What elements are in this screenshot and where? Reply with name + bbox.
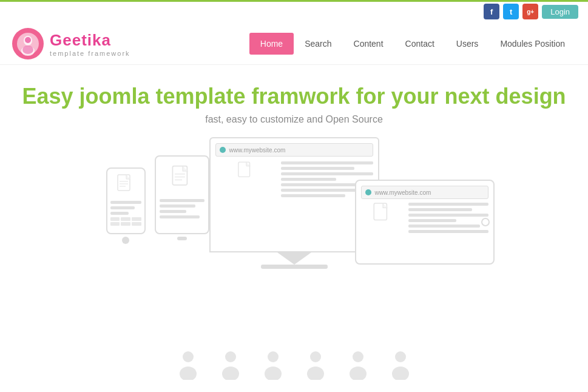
tablet-right-url: www.mywebsite.com [375,189,431,196]
login-button[interactable]: Login [542,5,578,19]
nav-users[interactable]: Users [445,33,490,55]
svg-point-28 [350,367,367,380]
svg-point-22 [222,367,239,380]
person-icon-4 [303,350,328,380]
top-bar: f t g+ Login [0,0,588,23]
tablet-right-button [481,218,490,226]
svg-point-23 [268,351,279,362]
person-icon-2 [218,350,243,380]
logo-subtitle: template framework [50,50,130,57]
tablet-right-device: www.mywebsite.com [355,180,495,265]
googleplus-icon[interactable]: g+ [522,4,538,19]
nav-content[interactable]: Content [343,33,394,55]
svg-point-25 [310,351,321,362]
monitor-device: www.mywebsite.com [209,137,379,269]
logo-text: Geetika template framework [50,31,130,57]
main-nav: Home Search Content Contact Users Module… [249,33,576,55]
monitor-left-col [215,161,277,200]
logo-icon [12,28,44,59]
svg-point-27 [353,351,363,362]
tablet-right-urlbar: www.mywebsite.com [361,186,488,199]
persons-row [12,331,576,392]
tablet-right-body: www.mywebsite.com [355,180,495,265]
tablet-device [155,155,209,240]
nav-home[interactable]: Home [249,33,294,55]
monitor-stand-area [209,252,379,269]
tablet-body [155,155,209,234]
twitter-icon[interactable]: t [503,4,519,19]
hero-section: Easy joomla template framwork for your n… [0,65,588,392]
svg-point-29 [395,351,406,362]
monitor-screen: www.mywebsite.com [209,137,379,252]
hero-title: Easy joomla template framwork for your n… [12,83,576,109]
person-icon-5 [346,350,370,380]
svg-point-24 [265,367,282,380]
monitor-url: www.mywebsite.com [229,147,286,154]
header: Geetika template framework Home Search C… [0,23,588,65]
svg-point-21 [225,351,236,362]
svg-point-26 [307,367,324,380]
svg-point-20 [180,367,197,380]
nav-modules-position[interactable]: Modules Position [489,33,576,55]
hero-subtitle: fast, easy to customize and Open Source [12,114,576,125]
monitor-urlbar: www.mywebsite.com [215,143,373,157]
person-icon-1 [176,350,200,380]
svg-point-4 [22,46,33,54]
phone-device [106,167,146,244]
devices-illustration: www.mywebsite.com [82,137,507,331]
svg-point-3 [25,37,31,43]
svg-point-19 [183,351,194,362]
logo-area: Geetika template framework [12,28,130,59]
person-icon-6 [388,350,413,380]
logo-name: Geetika [50,31,130,50]
facebook-icon[interactable]: f [484,4,499,19]
person-icon-3 [261,350,285,380]
phone-body [106,167,146,234]
svg-point-30 [392,367,409,380]
nav-search[interactable]: Search [294,33,342,55]
nav-contact[interactable]: Contact [394,33,445,55]
